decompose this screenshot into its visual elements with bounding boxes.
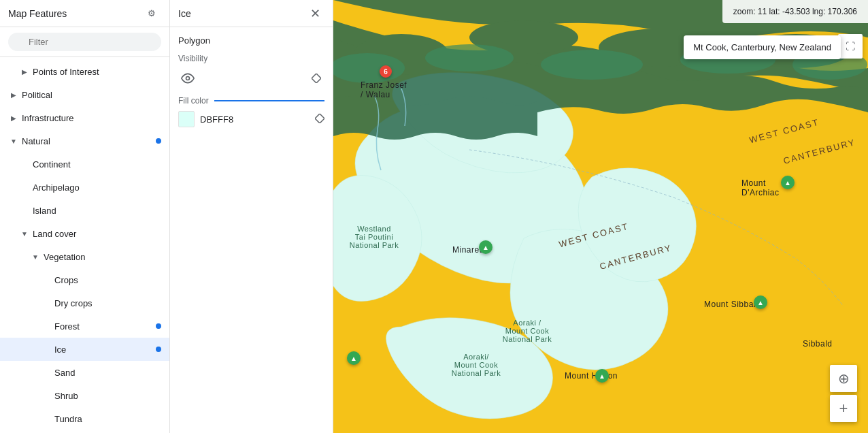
svg-marker-2 bbox=[315, 114, 324, 123]
svg-point-0 bbox=[186, 77, 190, 80]
plus-icon: + bbox=[839, 400, 848, 417]
active-dot bbox=[156, 323, 161, 329]
sidebar-item-dry-crops[interactable]: Dry crops bbox=[0, 291, 169, 315]
location-tooltip: Mt Cook, Canterbury, New Zealand bbox=[684, 35, 841, 59]
color-hex-value: DBFFF8 bbox=[200, 114, 310, 125]
fill-color-label: Fill color bbox=[178, 96, 324, 106]
detail-panel: Ice ✕ Polygon Visibility Fill color bbox=[170, 0, 333, 433]
sidebar-title: Map Features bbox=[8, 8, 67, 19]
sidebar-item-tundra[interactable]: Tundra bbox=[0, 407, 169, 430]
lng-value: 170.306 bbox=[828, 7, 857, 16]
sidebar-item-ice[interactable]: Ice bbox=[0, 338, 169, 361]
chevron-icon bbox=[41, 274, 52, 285]
sidebar-item-label: Forest bbox=[54, 321, 156, 332]
chevron-icon: ▼ bbox=[8, 135, 19, 146]
chevron-icon bbox=[41, 413, 52, 424]
marker-mount-darchiac[interactable]: ▲ bbox=[781, 176, 795, 189]
sidebar-item-label: Points of Interest bbox=[33, 67, 161, 77]
sidebar-item-archipelago[interactable]: Archipelago bbox=[0, 176, 169, 199]
chevron-icon bbox=[41, 298, 52, 308]
chevron-icon bbox=[41, 344, 52, 355]
sidebar-item-political[interactable]: ▶Political bbox=[0, 83, 169, 106]
eye-icon[interactable] bbox=[178, 69, 197, 88]
lat-label: lat: bbox=[767, 7, 782, 16]
filter-section: ≡ bbox=[0, 27, 169, 57]
zoom-label: zoom: bbox=[733, 7, 758, 16]
svg-marker-1 bbox=[312, 74, 321, 83]
lat-value: -43.503 bbox=[782, 7, 810, 16]
sidebar-item-label: Dry crops bbox=[54, 298, 161, 308]
map-area[interactable]: zoom: 11 lat: -43.503 lng: 170.306 Mt Co… bbox=[333, 0, 868, 433]
fill-color-line bbox=[214, 100, 324, 101]
visibility-diamond-icon[interactable] bbox=[308, 70, 324, 86]
fullscreen-icon: ⛶ bbox=[846, 41, 855, 52]
lng-label: lng: bbox=[810, 7, 828, 16]
sidebar-item-vegetation[interactable]: ▼Vegetation bbox=[0, 245, 169, 268]
sidebar-item-crops[interactable]: Crops bbox=[0, 268, 169, 291]
fullscreen-button[interactable]: ⛶ bbox=[838, 34, 863, 59]
fill-color-section: Fill color DBFFF8 bbox=[178, 96, 324, 127]
close-icon: ✕ bbox=[310, 6, 320, 21]
sidebar-item-land-cover[interactable]: ▼Land cover bbox=[0, 222, 169, 245]
sidebar: Map Features ⚙ ≡ ▶Points of Interest▶Pol… bbox=[0, 0, 170, 433]
marker-aoraki[interactable]: ▲ bbox=[347, 351, 361, 365]
chevron-icon: ▼ bbox=[19, 228, 30, 239]
marker-franz-josef[interactable]: 6 bbox=[380, 65, 392, 78]
chevron-icon bbox=[41, 321, 52, 332]
svg-point-9 bbox=[425, 44, 514, 71]
chevron-icon: ▶ bbox=[8, 112, 19, 123]
sidebar-item-sand[interactable]: Sand bbox=[0, 361, 169, 384]
gear-icon: ⚙ bbox=[148, 8, 156, 18]
active-dot bbox=[156, 347, 161, 352]
marker-minarets[interactable]: ▲ bbox=[479, 240, 493, 254]
zoom-in-button[interactable]: + bbox=[830, 395, 857, 422]
svg-point-8 bbox=[333, 53, 405, 83]
sidebar-item-natural[interactable]: ▼Natural bbox=[0, 129, 169, 153]
detail-header: Ice ✕ bbox=[170, 0, 333, 27]
sidebar-item-label: Political bbox=[22, 90, 161, 100]
color-diamond-icon[interactable] bbox=[315, 114, 324, 125]
zoom-value: 11 bbox=[758, 7, 767, 16]
sidebar-item-label: Vegetation bbox=[44, 252, 161, 262]
sidebar-item-points-of-interest[interactable]: ▶Points of Interest bbox=[0, 60, 169, 83]
map-svg bbox=[333, 0, 868, 433]
sidebar-item-label: Crops bbox=[54, 275, 161, 285]
visibility-label: Visibility bbox=[178, 54, 324, 63]
sidebar-item-continent[interactable]: Continent bbox=[0, 153, 169, 176]
color-swatch[interactable] bbox=[178, 111, 195, 127]
chevron-icon bbox=[19, 159, 30, 170]
sidebar-header: Map Features ⚙ bbox=[0, 0, 169, 27]
sidebar-item-label: Tundra bbox=[54, 414, 161, 424]
close-button[interactable]: ✕ bbox=[305, 4, 324, 23]
sidebar-item-infrastructure[interactable]: ▶Infrastructure bbox=[0, 106, 169, 129]
chevron-icon bbox=[41, 367, 52, 378]
detail-type-label: Polygon bbox=[178, 35, 324, 46]
sidebar-item-label: Land cover bbox=[33, 229, 161, 239]
sidebar-item-shrub[interactable]: Shrub bbox=[0, 384, 169, 407]
color-row: DBFFF8 bbox=[178, 111, 324, 127]
chevron-icon bbox=[41, 390, 52, 401]
feature-tree: ▶Points of Interest▶Political▶Infrastruc… bbox=[0, 57, 169, 433]
sidebar-item-island[interactable]: Island bbox=[0, 199, 169, 222]
sidebar-item-label: Continent bbox=[33, 159, 161, 170]
marker-mount-sibbald[interactable]: ▲ bbox=[754, 295, 767, 309]
chevron-icon: ▶ bbox=[19, 66, 30, 77]
sidebar-item-forest[interactable]: Forest bbox=[0, 315, 169, 338]
filter-input[interactable] bbox=[8, 33, 161, 51]
location-icon: ⊕ bbox=[838, 370, 850, 387]
location-button[interactable]: ⊕ bbox=[830, 365, 857, 392]
detail-panel-title: Ice bbox=[178, 8, 191, 19]
sidebar-item-label: Shrub bbox=[54, 391, 161, 401]
sidebar-item-label: Island bbox=[33, 206, 161, 216]
map-stats-bar: zoom: 11 lat: -43.503 lng: 170.306 bbox=[722, 0, 868, 23]
gear-button[interactable]: ⚙ bbox=[142, 4, 161, 23]
detail-body: Polygon Visibility Fill color bbox=[170, 27, 333, 135]
sidebar-item-label: Natural bbox=[22, 136, 156, 146]
sidebar-item-label: Archipelago bbox=[33, 182, 161, 193]
marker-mount-hutton[interactable]: ▲ bbox=[595, 369, 609, 383]
chevron-icon: ▶ bbox=[8, 89, 19, 100]
sidebar-item-water[interactable]: ▶Water bbox=[0, 430, 169, 433]
svg-point-10 bbox=[541, 50, 643, 80]
sidebar-item-label: Infrastructure bbox=[22, 113, 161, 123]
map-controls: ⊕ + bbox=[830, 365, 857, 422]
